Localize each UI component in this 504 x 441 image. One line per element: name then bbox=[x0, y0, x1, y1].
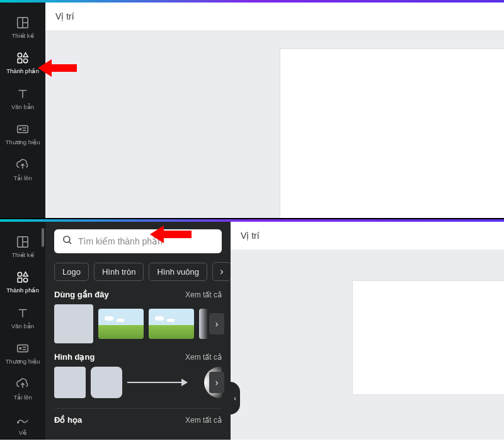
sidebar-item-label: Thương hiệu bbox=[6, 358, 40, 365]
tutorial-arrow bbox=[163, 231, 192, 238]
canvas-viewport[interactable]: ‹ bbox=[231, 249, 504, 440]
sidebar-item-label: Thiết kế bbox=[11, 252, 33, 258]
tutorial-step-1: Thiết kế Thành phần Văn bản Thương hiệu … bbox=[0, 0, 504, 219]
top-toolbar: Vị trí bbox=[231, 222, 504, 249]
chevron-right-icon: › bbox=[215, 377, 219, 387]
shape-arrow-line[interactable] bbox=[127, 382, 183, 383]
sidebar-item-draw[interactable]: Vẽ bbox=[0, 407, 45, 441]
sidebar-item-label: Tải lên bbox=[13, 394, 32, 401]
svg-point-17 bbox=[18, 273, 21, 277]
sidebar-item-label: Tải lên bbox=[13, 175, 32, 181]
canvas-viewport[interactable] bbox=[45, 30, 504, 218]
main-area: Vị trí ‹ bbox=[231, 222, 504, 440]
suggestion-chips: Logo Hình tròn Hình vuông › bbox=[54, 262, 222, 281]
sidebar-item-label: Thương hiệu bbox=[6, 139, 40, 146]
elements-panel: Logo Hình tròn Hình vuông › Dùng gần đây… bbox=[45, 222, 231, 440]
design-canvas[interactable] bbox=[280, 49, 504, 218]
cloud-upload-icon bbox=[15, 158, 30, 173]
sidebar-item-upload[interactable]: Tải lên bbox=[0, 152, 45, 188]
top-toolbar: Vị trí bbox=[45, 3, 504, 30]
chip-circle[interactable]: Hình tròn bbox=[94, 263, 144, 281]
section-graphics: Đồ họa Xem tất cả bbox=[54, 415, 222, 425]
text-icon bbox=[15, 86, 30, 101]
sidebar-item-design[interactable]: Thiết kế bbox=[0, 10, 45, 45]
recent-thumbnails: › bbox=[54, 304, 222, 343]
recent-item[interactable] bbox=[149, 309, 194, 339]
row-scroll-right[interactable]: › bbox=[209, 372, 224, 393]
shape-square-rounded[interactable] bbox=[91, 367, 122, 398]
sidebar-item-upload[interactable]: Tải lên bbox=[0, 372, 45, 407]
sidebar-item-text[interactable]: Văn bản bbox=[0, 81, 45, 117]
svg-point-6 bbox=[23, 59, 27, 63]
text-icon bbox=[15, 306, 30, 321]
position-button[interactable]: Vị trí bbox=[241, 231, 260, 241]
layout-icon bbox=[15, 234, 30, 249]
search-box[interactable] bbox=[54, 229, 222, 253]
tutorial-arrow bbox=[50, 64, 77, 72]
design-canvas[interactable] bbox=[353, 281, 504, 394]
chip-logo[interactable]: Logo bbox=[54, 263, 89, 281]
see-all-link[interactable]: Xem tất cả bbox=[185, 353, 222, 362]
svg-point-20 bbox=[23, 278, 27, 282]
sidebar-item-text[interactable]: Văn bản bbox=[0, 301, 45, 336]
recent-item-partial[interactable] bbox=[199, 309, 208, 339]
section-title: Hình dạng bbox=[54, 352, 94, 362]
section-divider bbox=[54, 408, 222, 409]
row-scroll-right[interactable]: › bbox=[209, 313, 224, 335]
section-title: Đồ họa bbox=[54, 415, 82, 425]
sidebar-scrollbar[interactable] bbox=[42, 228, 44, 247]
main-area: Vị trí bbox=[45, 3, 504, 218]
chips-scroll-right[interactable]: › bbox=[212, 262, 231, 281]
recent-item[interactable] bbox=[54, 304, 93, 343]
sidebar-item-brand[interactable]: Thương hiệu bbox=[0, 117, 45, 152]
svg-marker-4 bbox=[23, 53, 28, 57]
svg-point-24 bbox=[20, 348, 21, 350]
svg-marker-18 bbox=[23, 272, 28, 276]
chevron-right-icon: › bbox=[220, 266, 223, 277]
draw-icon bbox=[15, 412, 30, 427]
shapes-icon bbox=[15, 50, 30, 66]
brand-icon bbox=[15, 341, 30, 356]
section-recent: Dùng gần đây Xem tất cả › bbox=[54, 290, 222, 343]
sidebar-item-design[interactable]: Thiết kế bbox=[0, 229, 45, 265]
section-title: Dùng gần đây bbox=[54, 290, 109, 299]
section-shapes: Hình dạng Xem tất cả › bbox=[54, 352, 222, 398]
sidebar-item-label: Thiết kế bbox=[11, 33, 33, 39]
chevron-left-icon: ‹ bbox=[234, 394, 236, 402]
search-icon bbox=[62, 234, 73, 248]
shapes-icon bbox=[15, 270, 30, 285]
chip-square[interactable]: Hình vuông bbox=[149, 263, 207, 281]
sidebar-item-elements[interactable]: Thành phần bbox=[0, 265, 45, 300]
see-all-link[interactable]: Xem tất cả bbox=[185, 416, 222, 425]
svg-point-29 bbox=[64, 236, 70, 243]
sidebar-item-label: Thành phần bbox=[6, 287, 38, 294]
position-button[interactable]: Vị trí bbox=[55, 11, 74, 21]
svg-point-28 bbox=[18, 422, 19, 423]
brand-icon bbox=[15, 122, 30, 137]
left-sidebar: Thiết kế Thành phần Văn bản Thương hiệu … bbox=[0, 222, 45, 440]
search-input[interactable] bbox=[78, 236, 214, 246]
svg-rect-5 bbox=[18, 59, 21, 63]
shape-square[interactable] bbox=[54, 367, 86, 398]
sidebar-item-label: Vẽ bbox=[19, 430, 26, 436]
svg-rect-19 bbox=[18, 278, 21, 282]
sidebar-item-label: Văn bản bbox=[11, 323, 34, 329]
see-all-link[interactable]: Xem tất cả bbox=[185, 290, 222, 299]
panel-collapse-button[interactable]: ‹ bbox=[231, 382, 240, 415]
layout-icon bbox=[15, 15, 30, 30]
svg-line-30 bbox=[69, 241, 71, 244]
sidebar-item-label: Thành phần bbox=[6, 68, 38, 74]
svg-point-10 bbox=[20, 129, 21, 130]
sidebar-item-label: Văn bản bbox=[11, 104, 34, 110]
left-sidebar: Thiết kế Thành phần Văn bản Thương hiệu … bbox=[0, 3, 45, 218]
sidebar-item-brand[interactable]: Thương hiệu bbox=[0, 336, 45, 371]
tutorial-step-2: Thiết kế Thành phần Văn bản Thương hiệu … bbox=[0, 219, 504, 440]
svg-point-3 bbox=[18, 54, 21, 57]
recent-item[interactable] bbox=[98, 309, 144, 339]
chevron-right-icon: › bbox=[215, 319, 219, 329]
shape-thumbnails: › bbox=[54, 367, 222, 398]
cloud-upload-icon bbox=[15, 377, 30, 392]
